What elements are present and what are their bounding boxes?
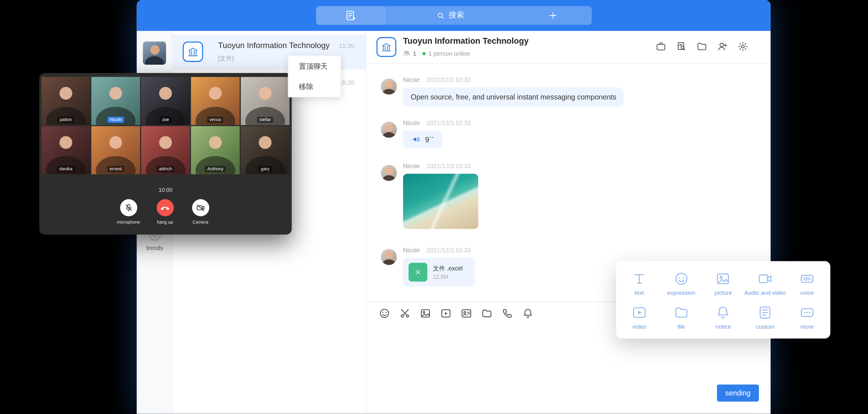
popup-item-video[interactable]: video	[618, 300, 660, 334]
smiley-icon	[674, 271, 689, 286]
popup-item-label: video	[632, 323, 646, 330]
notice-button[interactable]	[522, 308, 534, 319]
document-icon	[757, 305, 773, 320]
hangup-control: hang up	[148, 199, 182, 225]
text-icon	[631, 271, 647, 286]
popup-item-label: expression	[667, 289, 695, 296]
smiley-icon	[378, 308, 390, 319]
send-button[interactable]: sending	[717, 384, 759, 402]
screenshot-button[interactable]	[399, 308, 411, 319]
participant-name: gary	[258, 166, 272, 172]
video-participant[interactable]: danika	[41, 126, 90, 174]
video-participant[interactable]: ernest	[91, 126, 140, 174]
group-avatar	[183, 41, 203, 62]
popup-item-notice[interactable]: notice	[702, 300, 744, 334]
search-icon	[436, 11, 445, 20]
message-meta: Nicole 2021/12/3 10:33	[403, 76, 470, 83]
popup-item-expression[interactable]: expression	[660, 267, 702, 300]
popup-item-label: custom	[756, 323, 775, 330]
conversation-title: Tuoyun Information Technology	[218, 41, 330, 50]
file-button[interactable]	[481, 308, 493, 319]
picture-icon	[420, 308, 431, 319]
popup-item-label: Audio and video	[744, 289, 786, 296]
popup-item-text[interactable]: text	[618, 267, 660, 300]
message-time: 2021/12/3 10:33	[427, 76, 471, 83]
more-icon	[799, 305, 815, 320]
bell-icon	[715, 305, 731, 320]
video-participant[interactable]: patton	[41, 77, 90, 125]
sender-avatar[interactable]	[381, 122, 397, 138]
sender-avatar[interactable]	[381, 249, 397, 265]
hangup-button[interactable]	[156, 199, 174, 217]
emoji-button[interactable]	[378, 308, 390, 319]
top-bar: 搜索	[137, 0, 771, 31]
participant-name: stellar	[257, 117, 273, 123]
video-participant[interactable]: venus	[191, 77, 240, 125]
mic-off-icon	[124, 203, 133, 213]
participant-name: danika	[57, 166, 74, 172]
conversation-time: 15:20	[339, 42, 354, 49]
folder-icon	[674, 305, 689, 320]
camera-button[interactable]	[192, 199, 209, 217]
sender-name: Nicole	[403, 247, 420, 254]
participant-name: aldrich	[157, 166, 175, 172]
call-button[interactable]	[501, 308, 513, 319]
sender-avatar[interactable]	[381, 165, 397, 181]
video-participant[interactable]: Anthony	[191, 126, 240, 174]
bell-icon	[522, 308, 534, 319]
sender-avatar[interactable]	[381, 78, 397, 95]
video-call-panel: patton Nicole zoe venus stellar danika e…	[39, 73, 292, 234]
text-message-bubble[interactable]: Open source, free, and universal instant…	[403, 88, 624, 107]
voice-message-bubble[interactable]: 9``	[403, 131, 443, 148]
video-play-icon	[440, 308, 452, 319]
picture-icon	[715, 271, 731, 286]
video-participant[interactable]: zoe	[141, 77, 190, 125]
message-list: Nicole 2021/12/3 10:33 Open source, free…	[367, 31, 771, 414]
microphone-control: microphone	[112, 199, 145, 225]
popup-item-picture[interactable]: picture	[702, 267, 744, 300]
popup-item-label: notice	[715, 323, 731, 330]
building-icon	[187, 46, 199, 58]
popup-item-voice[interactable]: voice	[786, 267, 828, 300]
microphone-button[interactable]	[120, 199, 137, 217]
notes-button[interactable]	[316, 6, 385, 25]
message-meta: Nicole 2021/12/3 10:33	[403, 247, 470, 254]
contact-card-button[interactable]	[461, 308, 472, 319]
message-meta: Nicole 2021/12/3 10:33	[403, 120, 470, 126]
video-participant[interactable]: stellar	[241, 77, 289, 125]
popup-item-audio-video[interactable]: Audio and video	[744, 267, 786, 300]
camera-off-icon	[196, 203, 205, 213]
id-card-icon	[461, 308, 472, 319]
video-button[interactable]	[440, 308, 452, 319]
menu-item-remove[interactable]: 移除	[288, 76, 341, 97]
add-button[interactable]	[514, 6, 591, 25]
video-participant[interactable]: Nicole	[91, 77, 140, 125]
popup-item-more[interactable]: more	[786, 300, 828, 334]
popup-item-label: text	[635, 289, 644, 296]
popup-item-label: picture	[714, 289, 732, 296]
camera-label: Camera	[184, 220, 217, 225]
menu-item-pin-chat[interactable]: 置顶聊天	[288, 56, 341, 76]
popup-item-label: file	[678, 323, 685, 330]
participant-grid: patton Nicole zoe venus stellar danika e…	[41, 77, 290, 174]
popup-item-custom[interactable]: custom	[744, 300, 786, 334]
conversation-context-menu: 置顶聊天 移除	[288, 56, 341, 97]
image-message[interactable]	[403, 174, 478, 229]
participant-name: patton	[58, 117, 74, 123]
file-message-card[interactable]: 文件 .excel 12.8M	[403, 258, 475, 286]
popup-item-file[interactable]: file	[660, 300, 702, 334]
search-input[interactable]: 搜索	[386, 6, 515, 25]
microphone-label: microphone	[112, 220, 145, 225]
phone-icon	[501, 308, 513, 319]
trends-label: trends	[137, 245, 173, 251]
image-button[interactable]	[420, 308, 431, 319]
camera-control: Camera	[184, 199, 217, 225]
chat-pane: Tuoyun Information Technology 1 1 person…	[367, 31, 771, 414]
user-avatar[interactable]	[143, 41, 166, 65]
participant-name: Nicole	[107, 117, 124, 123]
sender-name: Nicole	[403, 120, 420, 126]
message-time: 2021/12/3 10:33	[427, 247, 471, 254]
message-time: 2021/12/3 10:33	[427, 120, 471, 126]
video-participant[interactable]: aldrich	[141, 126, 190, 174]
video-participant[interactable]: gary	[241, 126, 289, 174]
